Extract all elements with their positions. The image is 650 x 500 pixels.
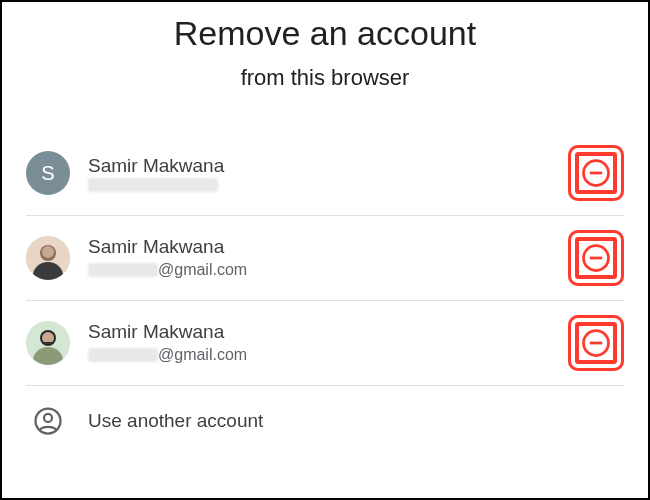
remove-circle-icon — [581, 243, 611, 273]
use-another-account-row[interactable]: Use another account — [26, 386, 624, 450]
avatar-initial: S — [41, 162, 54, 185]
account-info: Samir Makwana — [88, 154, 550, 193]
account-list: S Samir Makwana — [2, 131, 648, 450]
remove-account-button[interactable] — [568, 315, 624, 371]
person-outline-icon — [26, 406, 70, 436]
account-name: Samir Makwana — [88, 154, 550, 179]
remove-account-button[interactable] — [568, 145, 624, 201]
avatar — [26, 321, 70, 365]
account-info: Samir Makwana @gmail.com — [88, 235, 550, 280]
account-email: @gmail.com — [88, 345, 550, 366]
account-info: Samir Makwana @gmail.com — [88, 320, 550, 365]
avatar: S — [26, 151, 70, 195]
page-title: Remove an account — [2, 14, 648, 53]
avatar — [26, 236, 70, 280]
account-email — [88, 178, 550, 192]
page-subtitle: from this browser — [2, 65, 648, 91]
account-name: Samir Makwana — [88, 235, 550, 260]
remove-account-panel: Remove an account from this browser S Sa… — [2, 14, 648, 450]
account-row[interactable]: Samir Makwana @gmail.com — [26, 301, 624, 386]
account-email: @gmail.com — [88, 260, 550, 281]
svg-point-5 — [42, 246, 54, 258]
svg-point-15 — [44, 414, 52, 422]
remove-account-button[interactable] — [568, 230, 624, 286]
avatar-photo-icon — [26, 236, 70, 280]
account-name: Samir Makwana — [88, 320, 550, 345]
avatar-photo-icon — [26, 321, 70, 365]
account-row[interactable]: S Samir Makwana — [26, 131, 624, 216]
account-row[interactable]: Samir Makwana @gmail.com — [26, 216, 624, 301]
remove-circle-icon — [581, 328, 611, 358]
use-another-account-label: Use another account — [88, 410, 263, 432]
remove-circle-icon — [581, 158, 611, 188]
